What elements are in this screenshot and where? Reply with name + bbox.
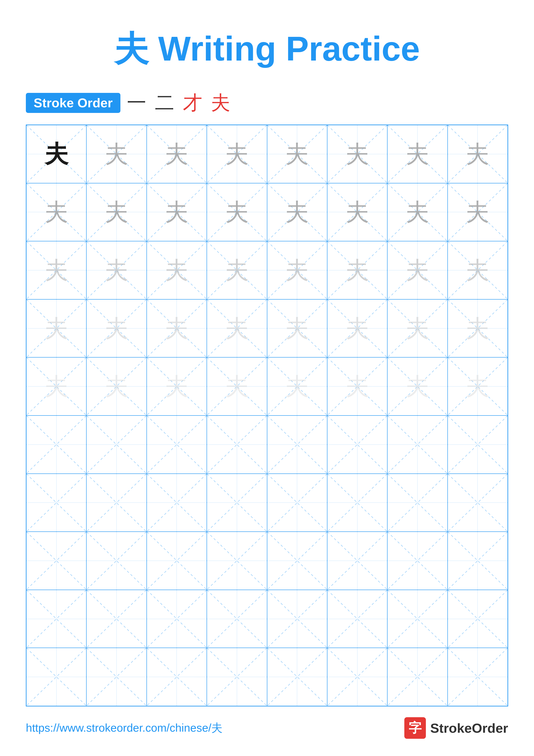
grid-cell[interactable]: 夫 (327, 357, 387, 416)
grid-cell[interactable]: 夫 (87, 125, 146, 183)
grid-cell[interactable]: 夫 (26, 357, 87, 416)
svg-line-105 (267, 474, 327, 532)
svg-line-86 (207, 416, 267, 473)
grid-cell[interactable] (447, 416, 508, 474)
grid-cell[interactable]: 夫 (26, 241, 87, 299)
grid-cell[interactable]: 夫 (147, 299, 207, 358)
grid-cell[interactable] (147, 648, 207, 706)
grid-cell[interactable]: 夫 (147, 357, 207, 416)
grid-cell[interactable] (267, 532, 327, 590)
grid-cell[interactable] (207, 648, 267, 706)
grid-cell[interactable] (327, 648, 387, 706)
grid-cell[interactable] (147, 474, 207, 532)
grid-cell[interactable] (267, 416, 327, 474)
grid-char: 夫 (345, 200, 369, 224)
grid-cell[interactable]: 夫 (387, 241, 447, 299)
grid-cell[interactable] (87, 416, 146, 474)
svg-line-106 (327, 474, 387, 532)
svg-line-136 (267, 590, 327, 648)
grid-cell[interactable] (207, 474, 267, 532)
grid-cell[interactable]: 夫 (147, 183, 207, 241)
grid-char: 夫 (406, 375, 429, 398)
grid-cell[interactable] (87, 532, 146, 590)
grid-cell[interactable] (327, 416, 387, 474)
grid-cell[interactable]: 夫 (447, 357, 508, 416)
grid-cell[interactable]: 夫 (147, 125, 207, 183)
grid-char: 夫 (225, 200, 249, 224)
grid-cell[interactable] (387, 416, 447, 474)
svg-line-101 (147, 474, 207, 532)
grid-cell[interactable]: 夫 (26, 183, 87, 241)
grid-cell[interactable]: 夫 (207, 357, 267, 416)
grid-cell[interactable]: 夫 (267, 357, 327, 416)
stroke-order-steps: 一 二 才 夫 (127, 90, 230, 116)
svg-line-129 (27, 590, 86, 648)
svg-line-123 (327, 532, 387, 590)
grid-cell[interactable]: 夫 (387, 299, 447, 358)
svg-line-148 (147, 648, 207, 706)
footer-url: https://www.strokeorder.com/chinese/夫 (26, 720, 222, 736)
grid-cell[interactable] (447, 532, 508, 590)
grid-char: 夫 (345, 316, 369, 340)
grid-cell[interactable] (387, 590, 447, 648)
grid-cell[interactable] (87, 590, 146, 648)
grid-cell[interactable] (26, 416, 87, 474)
grid-cell[interactable]: 夫 (207, 125, 267, 183)
grid-cell[interactable]: 夫 (26, 299, 87, 358)
grid-cell[interactable]: 夫 (147, 241, 207, 299)
grid-cell[interactable]: 夫 (207, 241, 267, 299)
grid-cell[interactable] (267, 648, 327, 706)
grid-cell[interactable] (87, 648, 146, 706)
grid-cell[interactable]: 夫 (87, 183, 146, 241)
grid-cell[interactable]: 夫 (327, 183, 387, 241)
svg-line-104 (267, 474, 327, 532)
grid-cell[interactable] (327, 532, 387, 590)
grid-cell[interactable] (447, 648, 508, 706)
grid-cell[interactable] (26, 590, 87, 648)
grid-cell[interactable] (327, 590, 387, 648)
grid-cell[interactable]: 夫 (327, 299, 387, 358)
grid-cell[interactable] (147, 416, 207, 474)
grid-cell[interactable] (447, 474, 508, 532)
grid-cell[interactable] (26, 474, 87, 532)
grid-cell[interactable] (207, 532, 267, 590)
grid-cell[interactable]: 夫 (447, 241, 508, 299)
grid-cell[interactable]: 夫 (447, 125, 508, 183)
grid-char: 夫 (285, 316, 309, 340)
grid-cell[interactable] (387, 474, 447, 532)
grid-cell[interactable]: 夫 (387, 183, 447, 241)
grid-cell[interactable] (26, 532, 87, 590)
grid-cell[interactable]: 夫 (387, 125, 447, 183)
grid-cell[interactable]: 夫 (26, 125, 87, 183)
grid-cell[interactable]: 夫 (87, 241, 146, 299)
svg-line-156 (388, 648, 447, 706)
grid-cell[interactable] (87, 474, 146, 532)
grid-cell[interactable]: 夫 (327, 241, 387, 299)
grid-cell[interactable] (147, 590, 207, 648)
grid-cell[interactable]: 夫 (267, 299, 327, 358)
grid-cell[interactable] (207, 416, 267, 474)
grid-cell[interactable] (207, 590, 267, 648)
grid-cell[interactable] (26, 648, 87, 706)
grid-cell[interactable] (387, 532, 447, 590)
grid-cell[interactable]: 夫 (327, 125, 387, 183)
grid-cell[interactable]: 夫 (87, 357, 146, 416)
grid-cell[interactable]: 夫 (207, 183, 267, 241)
grid-cell[interactable] (327, 474, 387, 532)
svg-line-107 (327, 474, 387, 532)
grid-cell[interactable]: 夫 (387, 357, 447, 416)
grid-cell[interactable]: 夫 (87, 299, 146, 358)
grid-cell[interactable] (147, 532, 207, 590)
grid-cell[interactable]: 夫 (267, 183, 327, 241)
grid-cell[interactable]: 夫 (267, 125, 327, 183)
grid-cell[interactable] (267, 474, 327, 532)
svg-line-84 (147, 416, 207, 473)
grid-cell[interactable]: 夫 (447, 299, 508, 358)
grid-char: 夫 (105, 258, 128, 282)
grid-cell[interactable] (387, 648, 447, 706)
grid-cell[interactable]: 夫 (267, 241, 327, 299)
grid-cell[interactable]: 夫 (207, 299, 267, 358)
grid-cell[interactable] (447, 590, 508, 648)
grid-cell[interactable]: 夫 (447, 183, 508, 241)
grid-cell[interactable] (267, 590, 327, 648)
